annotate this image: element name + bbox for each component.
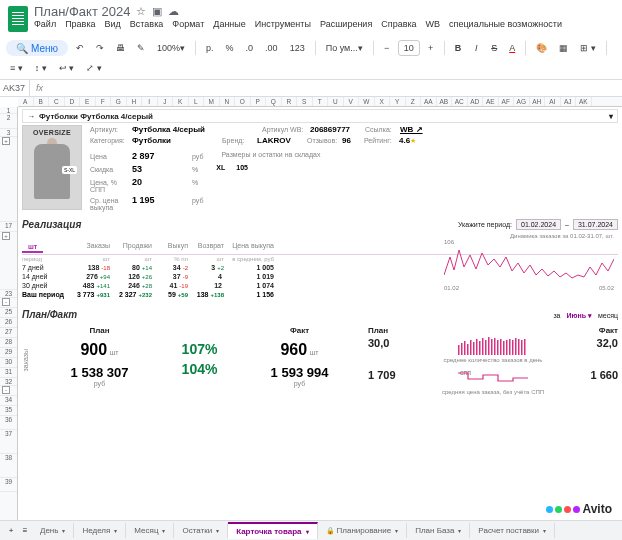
plan-header: План (37, 326, 162, 335)
avg-unit: руб (192, 197, 203, 204)
month-select[interactable]: Июнь ▾ (566, 312, 592, 320)
tab-planning[interactable]: 🔒Планирование▾ (318, 523, 408, 538)
tab-supply[interactable]: Расчет поставки▾ (470, 523, 555, 538)
star-icon[interactable]: ☆ (136, 5, 146, 18)
menu-tools[interactable]: Инструменты (255, 19, 311, 29)
paint-icon[interactable]: ✎ (133, 40, 149, 56)
rotate-btn[interactable]: ⤢ ▾ (82, 60, 106, 76)
currency-btn[interactable]: р. (202, 40, 218, 56)
print-icon[interactable]: 🖶 (112, 40, 129, 56)
column-headers[interactable]: ABCDEFGHIJKLMNOPQRSTUVWXYZAAABACADAEAFAG… (18, 97, 622, 107)
fact-sum-unit: руб (237, 380, 362, 387)
pf-za: за (553, 312, 560, 319)
svg-rect-15 (503, 341, 505, 355)
merge-btn[interactable]: ⊞ ▾ (576, 40, 600, 56)
stock-value: 105 (236, 164, 248, 171)
tab-stock[interactable]: Остатки▾ (174, 523, 228, 538)
halign-btn[interactable]: ≡ ▾ (6, 60, 27, 76)
spark-to: 05.02 (599, 285, 614, 291)
pf-mlabel: месяц (598, 312, 618, 319)
article-value: Футболка 4/серый (132, 125, 262, 134)
product-image: OVERSIZE S-XL (22, 125, 82, 210)
svg-rect-0 (458, 345, 460, 355)
undo-icon[interactable]: ↶ (72, 40, 88, 56)
menu-ext[interactable]: Расширения (320, 19, 372, 29)
rating-label: Рейтинг: (364, 137, 399, 144)
cloud-icon[interactable]: ☁ (168, 5, 179, 18)
sizes-label: Размеры и остатки на складах (221, 151, 320, 158)
redo-icon[interactable]: ↷ (92, 40, 108, 56)
text-color-btn[interactable]: A (505, 40, 519, 56)
menu-wb[interactable]: WB (426, 19, 441, 29)
row-headers[interactable]: 123+17+23-2526272829303132-343536373839 (0, 107, 18, 537)
sheets-logo[interactable] (8, 6, 28, 32)
article-wb-value: 206869777 (310, 125, 365, 134)
hdr-orders: Заказы (68, 242, 110, 253)
tab-product-card[interactable]: Карточка товара▾ (228, 522, 317, 539)
menu-view[interactable]: Вид (105, 19, 121, 29)
article-label: Артикул: (90, 126, 132, 133)
search-menu[interactable]: 🔍Меню (6, 40, 68, 56)
discount-value: 53 (132, 164, 192, 174)
image-overlay-text: OVERSIZE (33, 129, 71, 136)
fact-qty-unit: шт (310, 349, 319, 356)
fontsize-input[interactable]: 10 (398, 40, 420, 56)
menu-help[interactable]: Справка (381, 19, 416, 29)
toolbar: 🔍Меню ↶ ↷ 🖶 ✎ 100% ▾ р. % .0 .00 123 По … (0, 37, 622, 80)
menu-acc[interactable]: специальные возможности (449, 19, 562, 29)
percent-btn[interactable]: % (222, 40, 238, 56)
fontsize-dec[interactable]: − (380, 40, 394, 56)
breadcrumb-dropdown-icon[interactable]: ▾ (609, 112, 613, 121)
menu-file[interactable]: Файл (34, 19, 56, 29)
unit-ord: шт (68, 256, 110, 262)
bold-btn[interactable]: B (451, 40, 466, 56)
strike-btn[interactable]: S (487, 40, 501, 56)
pct-sum: 104% (162, 361, 237, 377)
breadcrumb[interactable]: → Футболки Футболка 4/серый ▾ (22, 109, 618, 123)
svg-rect-13 (497, 340, 499, 355)
add-sheet-icon[interactable]: + (4, 523, 18, 539)
num-format-btn[interactable]: 123 (286, 40, 309, 56)
period-from[interactable]: 01.02.2024 (516, 219, 561, 230)
svg-rect-18 (512, 340, 514, 355)
hdr-buyout: Выкуп (152, 242, 188, 253)
tab-plan-base[interactable]: План База▾ (407, 523, 470, 538)
wb-link[interactable]: WB ↗ (400, 125, 423, 134)
hdr-return: Возврат (188, 242, 224, 253)
r-plan-val: 30,0 (368, 337, 389, 355)
zoom-select[interactable]: 100% ▾ (153, 40, 189, 56)
dec-dec-btn[interactable]: .0 (242, 40, 258, 56)
menu-format[interactable]: Формат (172, 19, 204, 29)
tab-month[interactable]: Месяц▾ (126, 523, 174, 538)
menu-edit[interactable]: Правка (65, 19, 95, 29)
spp-unit: % (192, 179, 198, 186)
fill-color-btn[interactable]: 🎨 (532, 40, 551, 56)
cell-reference[interactable]: AK37 (0, 80, 30, 96)
tab-qty[interactable]: шт (22, 242, 43, 253)
menu-data[interactable]: Данные (213, 19, 246, 29)
folder-icon[interactable]: ▣ (152, 5, 162, 18)
unit-period: период (22, 256, 68, 262)
price-label: Цена (90, 153, 132, 160)
valign-btn[interactable]: ↕ ▾ (31, 60, 51, 76)
mini-line-chart: СПП (458, 369, 528, 387)
period-to[interactable]: 31.07.2024 (573, 219, 618, 230)
tab-week[interactable]: Неделя▾ (74, 523, 126, 538)
fontsize-inc[interactable]: + (424, 40, 438, 56)
doc-title[interactable]: План/Факт 2024 (34, 4, 130, 19)
font-select[interactable]: По ум... ▾ (322, 40, 367, 56)
brand-value: LAKROV (257, 136, 307, 145)
r-sub1: среднее количество заказов в день (368, 357, 618, 363)
size-xl: XL (216, 164, 236, 171)
r-fact-h: Факт (599, 326, 618, 335)
all-sheets-icon[interactable]: ≡ (18, 523, 32, 539)
borders-btn[interactable]: ▦ (555, 40, 572, 56)
category-value: Футболки (132, 136, 222, 145)
menu-insert[interactable]: Вставка (130, 19, 163, 29)
dec-inc-btn[interactable]: .00 (261, 40, 282, 56)
wrap-btn[interactable]: ↩ ▾ (55, 60, 79, 76)
sheet-area[interactable]: → Футболки Футболка 4/серый ▾ OVERSIZE S… (18, 107, 622, 537)
svg-rect-14 (500, 339, 502, 355)
tab-day[interactable]: День▾ (32, 523, 74, 538)
italic-btn[interactable]: I (469, 40, 483, 56)
